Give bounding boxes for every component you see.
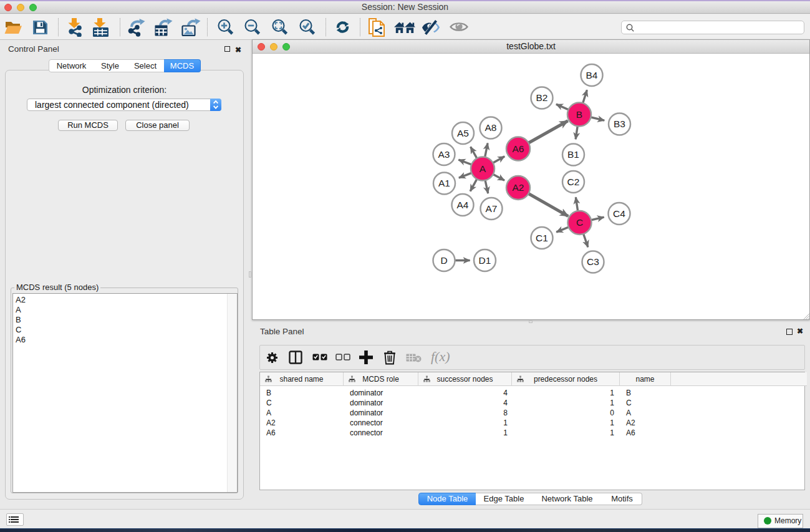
svg-text:A3: A3 <box>438 149 450 160</box>
svg-text:A2: A2 <box>513 182 524 193</box>
svg-text:B: B <box>576 109 582 120</box>
svg-text:C4: C4 <box>613 208 625 219</box>
svg-text:A4: A4 <box>457 200 469 210</box>
svg-text:C2: C2 <box>567 177 580 187</box>
svg-text:A6: A6 <box>513 143 524 154</box>
svg-text:B2: B2 <box>536 92 548 103</box>
svg-text:A8: A8 <box>485 122 497 133</box>
svg-text:A1: A1 <box>438 178 450 188</box>
svg-text:C3: C3 <box>587 256 599 267</box>
svg-text:A7: A7 <box>486 203 498 214</box>
svg-text:A5: A5 <box>457 128 469 138</box>
svg-text:B3: B3 <box>614 118 625 129</box>
svg-text:B1: B1 <box>567 149 579 160</box>
svg-text:C: C <box>576 217 583 228</box>
svg-text:D: D <box>440 255 447 266</box>
svg-text:A: A <box>480 163 486 174</box>
svg-text:B4: B4 <box>586 70 598 80</box>
svg-text:C1: C1 <box>536 233 548 243</box>
svg-text:D1: D1 <box>479 255 491 266</box>
